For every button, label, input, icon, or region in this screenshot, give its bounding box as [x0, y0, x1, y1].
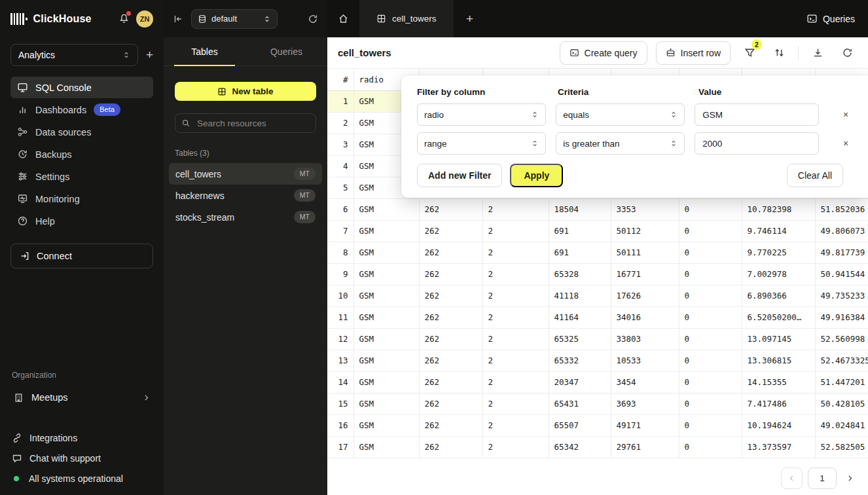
table-row[interactable]: 14GSM2622203473454014.1535551.447201 [327, 371, 868, 393]
table-row[interactable]: 8GSM26226915011109.77022549.817739 [327, 242, 868, 263]
cell: 13.306815 [742, 350, 815, 371]
table-row[interactable]: 12GSM26226532533803013.09714552.560998 [327, 328, 868, 350]
cell: GSM [353, 371, 419, 393]
row-number: 10 [327, 285, 353, 306]
search-resources-box [175, 113, 316, 133]
cell: 262 [419, 393, 482, 414]
cell: 3454 [611, 371, 679, 393]
next-page-button[interactable] [842, 468, 858, 489]
sidebar-item-integrations[interactable]: Integrations [10, 431, 153, 445]
cell: 10533 [611, 350, 679, 371]
queries-button[interactable]: Queries [793, 0, 868, 37]
sidebar-item-help[interactable]: Help [10, 210, 153, 232]
database-selector[interactable]: default [191, 9, 278, 29]
sidebar-item-label: Dashboards [35, 105, 86, 115]
table-row[interactable]: 9GSM2622653281677107.00297850.941544 [327, 263, 868, 285]
tab-queries[interactable]: Queries [245, 37, 327, 65]
topbar-brand-area: ClickHouse ZN [0, 0, 164, 37]
current-page-box[interactable]: 1 [808, 468, 837, 489]
create-query-button[interactable]: Create query [560, 41, 647, 65]
filter-button[interactable]: 2 [739, 43, 760, 64]
sidebar-item-meetups[interactable]: Meetups [10, 386, 153, 409]
remove-filter-icon[interactable]: × [839, 109, 852, 120]
cell: 262 [419, 198, 482, 220]
cell: 691 [549, 220, 611, 242]
insert-row-button[interactable]: Insert row [656, 41, 731, 65]
sidebar-item-monitoring[interactable]: Monitoring [10, 188, 153, 210]
row-number: 15 [327, 393, 353, 414]
collapse-panel-icon[interactable] [173, 14, 183, 24]
beta-badge: Beta [94, 103, 120, 116]
table-row[interactable]: 16GSM26226550749171010.19462449.024841 [327, 414, 868, 436]
cell: 0 [679, 306, 742, 328]
column-header: # [327, 69, 353, 90]
table-row[interactable]: 11GSM2622411643401606.52050200…49.916384 [327, 306, 868, 328]
system-status[interactable]: All systems operational [10, 471, 153, 486]
filter-column-select[interactable]: radio [417, 103, 546, 126]
create-query-label: Create query [585, 48, 638, 58]
tab-tables[interactable]: Tables [164, 37, 245, 65]
apply-button[interactable]: Apply [510, 164, 563, 187]
table-row[interactable]: 6GSM2622185043353010.78239851.852036 [327, 198, 868, 220]
chevrons-updown-icon [122, 51, 130, 59]
filter-criteria-select[interactable]: equals [556, 103, 685, 126]
sort-button[interactable] [769, 43, 789, 64]
download-button[interactable] [807, 43, 828, 64]
table-row[interactable]: 17GSM26226534229761013.37359752.582505 [327, 436, 868, 458]
chat-bubble-icon [12, 453, 22, 464]
status-ok-icon [14, 476, 19, 481]
sidebar-item-data-sources[interactable]: Data sources [10, 121, 153, 143]
table-row[interactable]: 13GSM26226533210533013.30681552.4673325 [327, 350, 868, 371]
table-row[interactable]: 10GSM2622411181762606.89036649.735233 [327, 285, 868, 306]
sidebar-item-dashboards[interactable]: Dashboards Beta [10, 99, 153, 120]
filter-value-input[interactable] [695, 103, 819, 126]
search-input[interactable] [196, 118, 314, 129]
list-item-hackernews[interactable]: hackernews MT [169, 185, 322, 206]
clear-all-button[interactable]: Clear All [787, 164, 843, 187]
chevrons-updown-icon [670, 111, 678, 119]
add-new-filter-button[interactable]: Add new Filter [417, 164, 502, 187]
add-workspace-button[interactable]: + [146, 48, 153, 62]
cell: 2 [482, 393, 549, 414]
cell: 0 [679, 393, 742, 414]
refresh-table-button[interactable] [837, 43, 858, 64]
table-row[interactable]: 15GSM262265431369307.41748650.428105 [327, 393, 868, 414]
filter-criteria-select[interactable]: is greater than [556, 132, 685, 155]
list-item-stocks-stream[interactable]: stocks_stream MT [169, 206, 322, 228]
cell: 13.097145 [742, 328, 815, 350]
tab-label: cell_towers [392, 14, 437, 24]
new-tab-button[interactable]: + [454, 0, 486, 37]
cell: 51.447201 [815, 371, 868, 393]
cell: 49.735233 [815, 285, 868, 306]
chevrons-updown-icon [670, 139, 678, 147]
queries-button-label: Queries [823, 14, 855, 24]
new-table-button[interactable]: New table [175, 82, 316, 101]
filter-value-input[interactable] [695, 132, 819, 155]
cell: 65328 [549, 263, 611, 285]
cell: GSM [353, 414, 419, 436]
sidebar-item-chat-support[interactable]: Chat with support [10, 451, 153, 466]
cell: 49.916384 [815, 306, 868, 328]
home-tab[interactable] [327, 0, 359, 37]
sidebar-item-settings[interactable]: Settings [10, 166, 153, 187]
panel-refresh-icon[interactable] [308, 14, 318, 24]
table-plus-icon [217, 87, 226, 96]
connect-button[interactable]: Connect [10, 244, 153, 268]
prev-page-button[interactable] [781, 468, 803, 489]
mt-badge: MT [294, 189, 316, 202]
sidebar-item-sql-console[interactable]: SQL Console [10, 77, 153, 98]
row-number: 8 [327, 242, 353, 263]
workspace-selector[interactable]: Analytics [10, 44, 138, 66]
list-item-cell-towers[interactable]: cell_towers MT [169, 163, 322, 185]
remove-filter-icon[interactable]: × [839, 138, 852, 149]
sidebar-item-backups[interactable]: Backups [10, 143, 153, 165]
cell: 0 [679, 371, 742, 393]
filter-column-select[interactable]: range [417, 132, 546, 155]
tab-cell-towers[interactable]: cell_towers [359, 0, 454, 37]
avatar[interactable]: ZN [136, 10, 153, 28]
cell: 65431 [549, 393, 611, 414]
table-row[interactable]: 7GSM26226915011209.74611449.806073 [327, 220, 868, 242]
database-selector-value: default [211, 14, 259, 24]
notifications-bell-icon[interactable] [118, 13, 130, 24]
organization-label: Organization [12, 371, 153, 380]
